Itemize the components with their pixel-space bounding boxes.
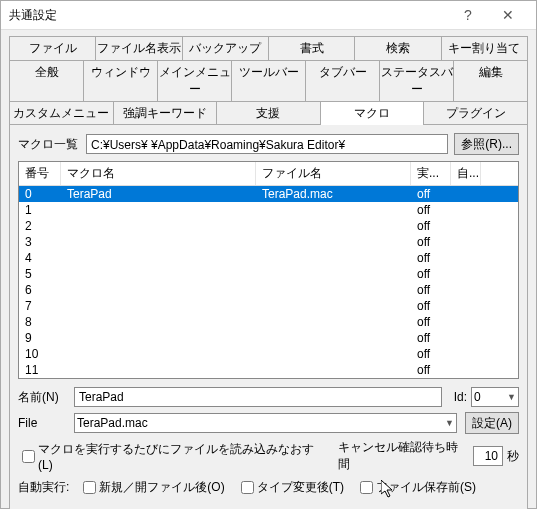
content: ファイルファイル名表示バックアップ書式検索キー割り当て 全般ウィンドウメインメニ… [1,30,536,509]
col-exec[interactable]: 実... [411,162,451,185]
tab-マクロ[interactable]: マクロ [321,101,425,125]
macro-listview[interactable]: 番号 マクロ名 ファイル名 実... 自... 0TeraPadTeraPad.… [18,161,519,379]
help-icon[interactable]: ? [448,1,488,29]
macro-list-label: マクロ一覧 [18,136,78,153]
window-title: 共通設定 [9,7,448,24]
col-number[interactable]: 番号 [19,162,61,185]
autoexec-label: 自動実行: [18,479,69,496]
tab-バックアップ[interactable]: バックアップ [183,36,269,60]
close-icon[interactable]: ✕ [488,1,528,29]
col-file-name[interactable]: ファイル名 [256,162,411,185]
name-input[interactable] [74,387,442,407]
macro-folder-path[interactable]: C:¥Users¥ ¥AppData¥Roaming¥Sakura Editor… [86,134,448,154]
autoexec-open-checkbox[interactable]: 新規／開ファイル後(O) [79,478,224,497]
tab-書式[interactable]: 書式 [269,36,355,60]
table-row[interactable]: 10off [19,346,518,362]
table-row[interactable]: 1off [19,202,518,218]
table-row[interactable]: 0TeraPadTeraPad.macoff [19,186,518,202]
tab-ステータスバー[interactable]: ステータスバー [380,60,454,101]
titlebar[interactable]: 共通設定 ? ✕ [1,1,536,30]
table-row[interactable]: 11off [19,362,518,378]
tab-ツールバー[interactable]: ツールバー [232,60,306,101]
tab-全般[interactable]: 全般 [9,60,84,101]
id-select[interactable]: 0▼ [471,387,519,407]
col-auto[interactable]: 自... [451,162,481,185]
tab-ファイル[interactable]: ファイル [9,36,96,60]
reload-checkbox[interactable]: マクロを実行するたびにファイルを読み込みなおす(L) [18,441,326,472]
set-button[interactable]: 設定(A) [465,412,519,434]
tab-カスタムメニュー[interactable]: カスタムメニュー [9,101,114,125]
table-row[interactable]: 3off [19,234,518,250]
tab-検索[interactable]: 検索 [355,36,441,60]
autoexec-save-checkbox[interactable]: ファイル保存前(S) [356,478,476,497]
list-header: 番号 マクロ名 ファイル名 実... 自... [19,162,518,186]
tab-強調キーワード[interactable]: 強調キーワード [114,101,218,125]
table-row[interactable]: 4off [19,250,518,266]
tab-プラグイン[interactable]: プラグイン [424,101,528,125]
autoexec-type-checkbox[interactable]: タイプ変更後(T) [237,478,344,497]
name-label: 名前(N) [18,389,74,406]
tab-編集[interactable]: 編集 [454,60,528,101]
tab-panel-macro: マクロ一覧 C:¥Users¥ ¥AppData¥Roaming¥Sakura … [9,124,528,509]
tab-ウィンドウ[interactable]: ウィンドウ [84,60,158,101]
table-row[interactable]: 7off [19,298,518,314]
table-row[interactable]: 5off [19,266,518,282]
tab-ファイル名表示[interactable]: ファイル名表示 [96,36,182,60]
browse-button[interactable]: 参照(R)... [454,133,519,155]
tab-メインメニュー[interactable]: メインメニュー [158,60,232,101]
col-macro-name[interactable]: マクロ名 [61,162,256,185]
dialog-window: 共通設定 ? ✕ ファイルファイル名表示バックアップ書式検索キー割り当て 全般ウ… [0,0,537,509]
table-row[interactable]: 6off [19,282,518,298]
table-row[interactable]: 8off [19,314,518,330]
cancel-wait-label: キャンセル確認待ち時間 [338,439,469,473]
id-label: Id: [454,390,467,404]
table-row[interactable]: 2off [19,218,518,234]
tab-strip: ファイルファイル名表示バックアップ書式検索キー割り当て 全般ウィンドウメインメニ… [9,36,528,125]
table-row[interactable]: 9off [19,330,518,346]
file-label: File [18,416,74,430]
tab-キー割り当て[interactable]: キー割り当て [442,36,528,60]
cancel-wait-unit: 秒 [507,448,519,465]
file-combobox[interactable]: TeraPad.mac▼ [74,413,457,433]
list-body[interactable]: 0TeraPadTeraPad.macoff1off2off3off4off5o… [19,186,518,378]
tab-支援[interactable]: 支援 [217,101,321,125]
tab-タブバー[interactable]: タブバー [306,60,380,101]
chevron-down-icon: ▼ [445,418,454,428]
chevron-down-icon: ▼ [507,392,516,402]
cancel-wait-input[interactable] [473,446,503,466]
